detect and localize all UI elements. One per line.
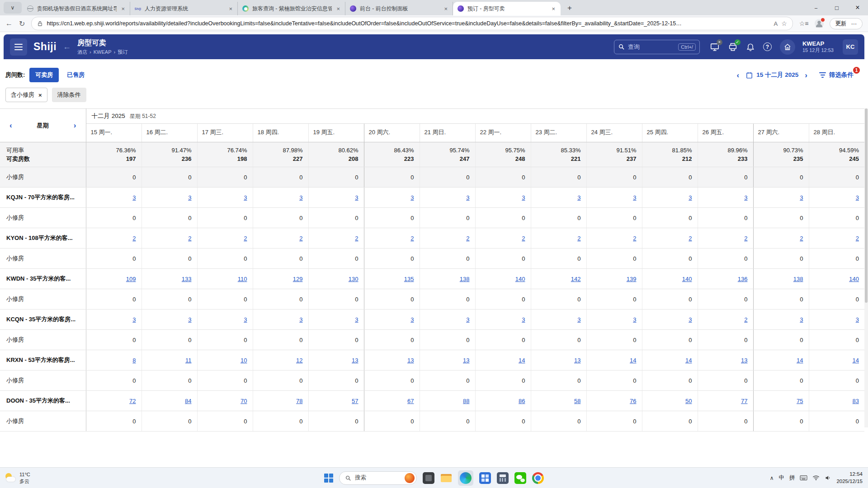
availability-link[interactable]: 3 xyxy=(633,194,636,201)
browser-tab[interactable]: 旅客查询 - 紫楠旅馆业治安信息管× xyxy=(238,2,345,15)
app-icon-dark[interactable] xyxy=(423,472,434,484)
calculator-app-icon[interactable] xyxy=(497,472,509,484)
availability-link[interactable]: 12 xyxy=(296,357,302,364)
availability-link[interactable]: 13 xyxy=(407,357,414,364)
address-bar[interactable]: https://cn1.web.ep.shiji.world/reports/a… xyxy=(31,17,793,30)
sellable-rooms-toggle[interactable]: 可卖房 xyxy=(29,68,59,82)
availability-link[interactable]: 2 xyxy=(522,235,525,242)
availability-link[interactable]: 14 xyxy=(797,357,803,364)
availability-link[interactable]: 142 xyxy=(571,276,581,282)
read-aloud-icon[interactable]: A xyxy=(774,20,778,27)
page-back-icon[interactable]: ← xyxy=(63,42,71,52)
tab-close-icon[interactable]: × xyxy=(551,5,556,12)
availability-link[interactable]: 3 xyxy=(299,316,302,323)
wifi-icon[interactable] xyxy=(812,475,820,481)
availability-link[interactable]: 84 xyxy=(185,398,191,404)
availability-link[interactable]: 86 xyxy=(519,398,525,404)
chip-remove-icon[interactable]: × xyxy=(38,92,42,99)
home-icon[interactable] xyxy=(780,39,795,55)
availability-link[interactable]: 3 xyxy=(689,316,692,323)
notifications-bell-icon[interactable] xyxy=(746,42,755,52)
availability-link[interactable]: 13 xyxy=(352,357,358,364)
availability-link[interactable]: 2 xyxy=(299,235,302,242)
availability-link[interactable]: 3 xyxy=(188,316,191,323)
availability-link[interactable]: 2 xyxy=(188,235,191,242)
browser-tab[interactable]: 预订 - 房型可卖× xyxy=(453,2,561,15)
vertical-scrollbar[interactable] xyxy=(864,108,868,427)
availability-link[interactable]: 3 xyxy=(132,316,136,323)
availability-link[interactable]: 11 xyxy=(185,357,192,364)
availability-link[interactable]: 3 xyxy=(244,194,247,201)
wechat-icon[interactable] xyxy=(514,472,526,484)
workstation-icon[interactable]: × xyxy=(710,42,720,52)
prev-week-icon[interactable]: ‹ xyxy=(9,122,12,129)
url-text[interactable]: https://cn1.web.ep.shiji.world/reports/a… xyxy=(47,20,770,27)
scrollbar-thumb[interactable] xyxy=(865,108,868,303)
chrome-icon[interactable] xyxy=(532,472,544,484)
browser-profile-avatar[interactable] xyxy=(814,19,824,28)
browser-tab[interactable]: Shiji人力资源管理系统× xyxy=(130,2,238,15)
date-picker-button[interactable]: 15 十二月 2025 xyxy=(745,71,798,79)
back-icon[interactable]: ← xyxy=(5,19,13,28)
availability-link[interactable]: 2 xyxy=(744,316,747,323)
sold-rooms-toggle[interactable]: 已售房 xyxy=(63,68,88,82)
availability-link[interactable]: 3 xyxy=(188,194,191,201)
help-icon[interactable]: ? xyxy=(763,42,772,51)
breadcrumb-property[interactable]: KWEAP xyxy=(94,49,112,55)
availability-link[interactable]: 2 xyxy=(132,235,136,242)
availability-link[interactable]: 3 xyxy=(633,316,636,323)
taskbar-clock[interactable]: 12:54 2025/12/15 xyxy=(836,471,863,485)
cashier-icon[interactable]: ✓ xyxy=(728,42,738,52)
breadcrumb-hotel[interactable]: 酒店 xyxy=(77,49,87,56)
availability-link[interactable]: 8 xyxy=(132,357,136,364)
ime-language-indicator[interactable]: 中 xyxy=(778,474,784,482)
availability-link[interactable]: 3 xyxy=(577,316,580,323)
breadcrumb-booking[interactable]: 预订 xyxy=(118,49,127,56)
availability-link[interactable]: 3 xyxy=(132,194,136,201)
favorites-bar-icon[interactable]: ☆≡ xyxy=(799,20,809,27)
availability-link[interactable]: 70 xyxy=(241,398,247,404)
tab-close-icon[interactable]: × xyxy=(335,5,341,12)
availability-link[interactable]: 140 xyxy=(849,276,859,282)
availability-link[interactable]: 3 xyxy=(522,194,525,201)
availability-link[interactable]: 3 xyxy=(410,194,414,201)
availability-link[interactable]: 133 xyxy=(182,276,192,282)
availability-link[interactable]: 135 xyxy=(404,276,414,282)
availability-link[interactable]: 88 xyxy=(463,398,469,404)
availability-link[interactable]: 3 xyxy=(355,194,358,201)
browser-tab[interactable]: 前台 - 前台控制面板× xyxy=(345,2,453,15)
availability-link[interactable]: 2 xyxy=(633,235,636,242)
tab-close-icon[interactable]: × xyxy=(443,5,448,12)
minimize-icon[interactable]: – xyxy=(806,0,826,15)
availability-link[interactable]: 109 xyxy=(126,276,136,282)
availability-link[interactable]: 2 xyxy=(800,235,803,242)
availability-link[interactable]: 83 xyxy=(853,398,859,404)
availability-link[interactable]: 2 xyxy=(410,235,414,242)
availability-link[interactable]: 140 xyxy=(515,276,525,282)
availability-link[interactable]: 3 xyxy=(577,194,580,201)
availability-link[interactable]: 3 xyxy=(466,316,469,323)
browser-update-button[interactable]: 更新 ⋯ xyxy=(830,18,863,29)
availability-link[interactable]: 138 xyxy=(793,276,803,282)
availability-link[interactable]: 78 xyxy=(296,398,302,404)
clear-filters-button[interactable]: 清除条件 xyxy=(52,88,86,102)
windows-start-icon[interactable] xyxy=(324,474,333,483)
availability-link[interactable]: 3 xyxy=(856,194,859,201)
availability-link[interactable]: 3 xyxy=(800,194,803,201)
browser-tab[interactable]: 贵阳机场智选假日酒店系统网址导× xyxy=(23,2,130,15)
availability-link[interactable]: 3 xyxy=(800,316,803,323)
availability-link[interactable]: 2 xyxy=(244,235,247,242)
availability-link[interactable]: 14 xyxy=(685,357,692,364)
tab-close-icon[interactable]: × xyxy=(120,5,126,12)
next-week-icon[interactable]: › xyxy=(74,122,76,129)
availability-link[interactable]: 3 xyxy=(355,316,358,323)
availability-link[interactable]: 3 xyxy=(856,316,859,323)
user-avatar[interactable]: KC xyxy=(843,39,858,55)
global-search-input[interactable]: 查询 Ctrl+/ xyxy=(614,40,700,54)
availability-link[interactable]: 3 xyxy=(244,316,247,323)
availability-link[interactable]: 3 xyxy=(689,194,692,201)
tray-expand-icon[interactable]: ∧ xyxy=(770,475,774,481)
availability-link[interactable]: 13 xyxy=(741,357,747,364)
availability-link[interactable]: 2 xyxy=(355,235,358,242)
availability-link[interactable]: 13 xyxy=(463,357,469,364)
